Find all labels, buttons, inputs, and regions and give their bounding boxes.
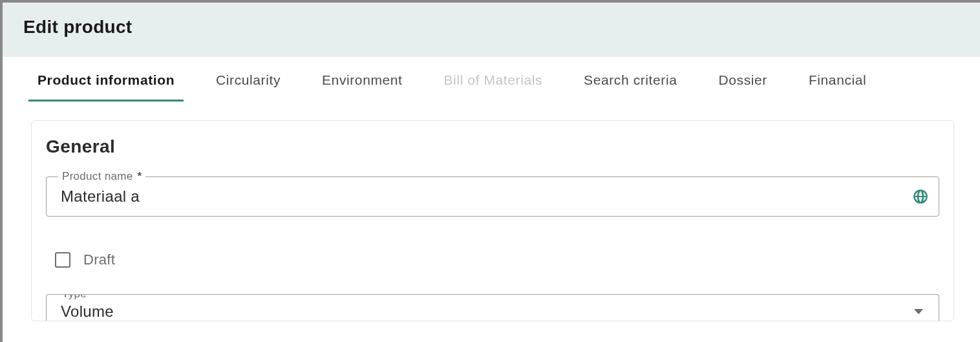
tab-dossier[interactable]: Dossier [709, 61, 776, 102]
tab-product-information[interactable]: Product information [28, 61, 184, 102]
tab-label: Bill of Materials [444, 72, 543, 87]
page-header: Edit product [3, 3, 980, 57]
tab-label: Search criteria [584, 72, 677, 87]
tab-label: Dossier [718, 72, 767, 87]
general-panel: General Product name * Draft Type * Volu… [31, 120, 954, 321]
tab-environment[interactable]: Environment [313, 61, 412, 102]
tab-bar: Product information Circularity Environm… [3, 61, 980, 102]
required-asterisk: * [134, 170, 142, 182]
draft-checkbox[interactable] [55, 252, 70, 268]
tab-bill-of-materials: Bill of Materials [435, 61, 552, 102]
tab-label: Product information [37, 72, 175, 87]
label-text: Type [62, 294, 87, 300]
type-field-wrap: Type * Volume [46, 294, 939, 321]
page-title: Edit product [23, 17, 959, 37]
chevron-down-icon [914, 309, 923, 314]
section-title-general: General [46, 136, 939, 157]
tab-financial[interactable]: Financial [800, 61, 875, 102]
product-name-input[interactable] [47, 177, 939, 216]
product-name-label: Product name * [58, 170, 145, 183]
tab-search-criteria[interactable]: Search criteria [575, 61, 686, 102]
globe-icon[interactable] [911, 187, 930, 206]
draft-label: Draft [83, 251, 115, 268]
required-asterisk: * [88, 294, 96, 300]
draft-row: Draft [46, 248, 939, 294]
tab-label: Circularity [216, 72, 281, 87]
tab-circularity[interactable]: Circularity [207, 61, 290, 102]
label-text: Product name [62, 170, 133, 182]
tab-label: Environment [322, 72, 403, 87]
type-label: Type * [58, 294, 100, 301]
type-value: Volume [61, 303, 114, 321]
type-select[interactable]: Volume [47, 295, 939, 321]
tab-label: Financial [809, 72, 866, 87]
product-name-field-wrap: Product name * [46, 176, 939, 217]
